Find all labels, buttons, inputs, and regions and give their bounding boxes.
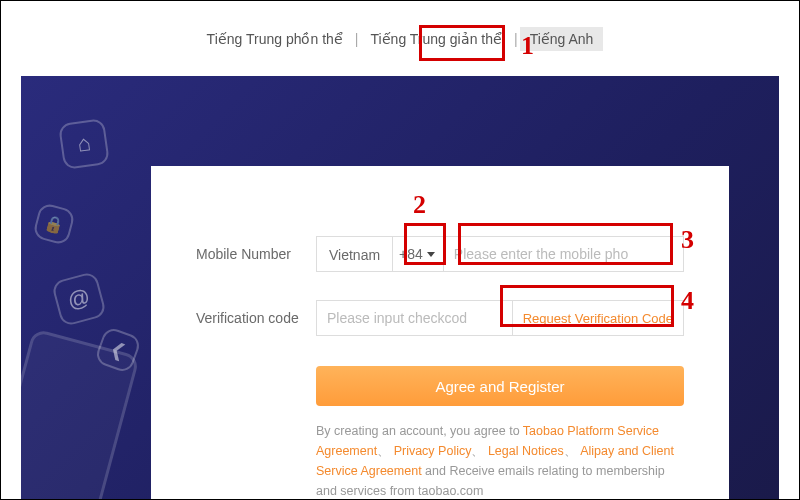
at-icon: @ (51, 271, 107, 327)
verification-label: Verification code (196, 310, 316, 326)
legal-sep: 、 (564, 444, 577, 458)
legal-sep: 、 (471, 444, 484, 458)
agree-register-button[interactable]: Agree and Register (316, 366, 684, 406)
link-privacy-policy[interactable]: Privacy Policy (394, 444, 472, 458)
lang-separator: | (512, 31, 520, 47)
phone-outline-icon (21, 328, 140, 499)
lang-option-traditional[interactable]: Tiếng Trung phồn thể (197, 27, 353, 51)
legal-pre: By creating an account, you agree to (316, 424, 520, 438)
lang-option-simplified[interactable]: Tiếng Trung giản thể (360, 27, 512, 51)
request-code-button[interactable]: Request Verification Code (513, 300, 684, 336)
mobile-row: Mobile Number Vietnam +84 Please enter t… (196, 236, 684, 272)
lang-option-english[interactable]: Tiếng Anh (520, 27, 604, 51)
lock-icon: 🔒 (32, 202, 76, 246)
lang-separator: | (353, 31, 361, 47)
link-legal-notices[interactable]: Legal Notices (488, 444, 564, 458)
mobile-label: Mobile Number (196, 246, 316, 262)
verification-input[interactable]: Please input checkcod (316, 300, 513, 336)
calling-code-select[interactable]: +84 (393, 236, 444, 272)
phone-input[interactable]: Please enter the mobile pho (444, 236, 684, 272)
hero-panel: ⌂ 🔒 @ ❮ Mobile Number Vietnam +84 Please… (21, 76, 779, 499)
register-card: Mobile Number Vietnam +84 Please enter t… (151, 166, 729, 499)
legal-sep: 、 (377, 444, 390, 458)
calling-code-text: +84 (399, 236, 423, 272)
legal-text: By creating an account, you agree to Tao… (316, 421, 684, 499)
tv-icon: ⌂ (58, 118, 110, 170)
chevron-down-icon (427, 252, 435, 257)
verification-row: Verification code Please input checkcod … (196, 300, 684, 336)
country-select[interactable]: Vietnam (316, 236, 393, 272)
language-bar: Tiếng Trung phồn thể | Tiếng Trung giản … (1, 1, 799, 76)
